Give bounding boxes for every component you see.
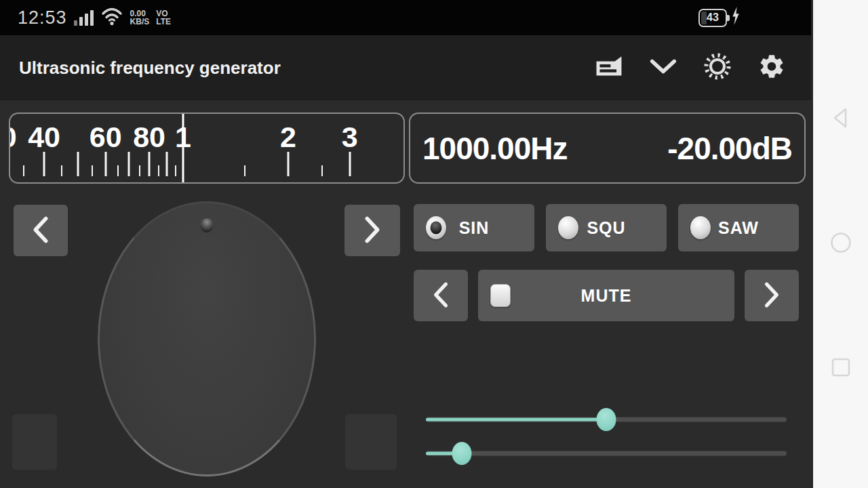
- scale-tick: [244, 165, 245, 176]
- dial-indicator-dot: [201, 218, 214, 232]
- recents-icon: [829, 356, 852, 382]
- scale-label: 80: [133, 121, 165, 154]
- scale-tick: [349, 152, 351, 176]
- keep-screen-on-sun-icon: [703, 52, 732, 84]
- wifi-icon: [100, 6, 123, 29]
- signal-bars-icon: [74, 9, 94, 26]
- radio-icon: [690, 216, 711, 239]
- slider-active-track: [426, 418, 606, 422]
- battery-percent: 43: [707, 12, 719, 24]
- scale-tick: [321, 165, 323, 176]
- scale-label: 40: [28, 121, 60, 154]
- scale-label: 60: [90, 121, 122, 154]
- radio-icon: [558, 216, 578, 239]
- nav-bar: [811, 0, 868, 488]
- frequency-dial[interactable]: [98, 201, 316, 476]
- chevron-right-icon: [762, 281, 781, 310]
- scale-tick: [158, 165, 159, 176]
- scale-label: 3: [342, 121, 358, 154]
- level-value: -20.00dB: [667, 130, 792, 167]
- settings-gear-icon: [757, 52, 786, 83]
- scale-tick: [23, 165, 24, 176]
- battery-icon: 43: [698, 9, 727, 27]
- readout-display: 1000.00Hz -20.00dB: [409, 113, 806, 184]
- scale-tick: [175, 165, 176, 176]
- mute-button[interactable]: MUTE: [478, 270, 734, 321]
- waveform-label: SIN: [459, 218, 490, 238]
- page-title: Ultrasonic frequency generator: [19, 58, 281, 79]
- scale-tick: [149, 152, 151, 176]
- scale-label: 2: [280, 121, 296, 154]
- scale-tick: [128, 152, 130, 176]
- frequency-scale[interactable]: 30406080123: [9, 113, 405, 184]
- scale-tick: [166, 152, 168, 176]
- app-bar: Ultrasonic frequency generator: [0, 35, 811, 100]
- chevron-left-icon: [31, 216, 51, 246]
- scale-label: 30: [9, 121, 17, 154]
- clock: 12:53: [18, 7, 67, 28]
- scale-tick: [43, 152, 45, 176]
- scale-tick: [92, 165, 93, 176]
- waveform-sin-button[interactable]: SIN: [414, 204, 534, 251]
- lower-slider[interactable]: [426, 442, 787, 465]
- mute-label: MUTE: [581, 286, 632, 306]
- scale-tick: [61, 165, 62, 176]
- scale-tick: [288, 152, 290, 176]
- back-button[interactable]: [826, 104, 856, 134]
- left-lower-button[interactable]: [12, 414, 57, 470]
- step-left-button[interactable]: [414, 270, 468, 321]
- home-icon: [829, 230, 853, 258]
- volte-badge: VO LTE: [156, 9, 171, 26]
- recents-button[interactable]: [826, 354, 856, 384]
- right-lower-button[interactable]: [345, 414, 397, 470]
- slider-thumb[interactable]: [597, 408, 616, 431]
- frequency-down-button[interactable]: [14, 205, 68, 256]
- mute-checkbox[interactable]: [490, 284, 511, 307]
- feedback-button[interactable]: [582, 43, 636, 92]
- settings-button[interactable]: [745, 43, 799, 92]
- frequency-value: 1000.00Hz: [422, 130, 568, 167]
- back-icon: [829, 106, 852, 133]
- scale-tick: [104, 152, 106, 176]
- chevron-down-icon: [648, 56, 678, 79]
- status-bar: 12:53 0.00 KB/S VO LTE: [0, 0, 811, 35]
- scale-tick: [117, 165, 119, 176]
- scale-label: 1: [175, 121, 191, 154]
- radio-icon: [426, 216, 446, 239]
- home-button[interactable]: [826, 229, 856, 259]
- upper-slider[interactable]: [426, 408, 787, 431]
- frequency-up-button[interactable]: [344, 205, 400, 256]
- network-speed: 0.00 KB/S: [130, 9, 150, 26]
- chevron-right-icon: [362, 216, 382, 246]
- waveform-squ-button[interactable]: SQU: [546, 204, 667, 251]
- feedback-note-icon: [595, 56, 623, 80]
- slider-thumb[interactable]: [452, 442, 472, 465]
- waveform-saw-button[interactable]: SAW: [678, 204, 799, 251]
- step-right-button[interactable]: [745, 270, 799, 321]
- app-screen: 12:53 0.00 KB/S VO LTE: [0, 0, 868, 488]
- screen-wake-button[interactable]: [690, 43, 745, 92]
- collapse-button[interactable]: [636, 43, 690, 92]
- scale-tick: [139, 165, 140, 176]
- waveform-label: SAW: [718, 218, 759, 238]
- waveform-label: SQU: [587, 218, 625, 238]
- scale-tick: [77, 152, 79, 176]
- charging-bolt-icon: [731, 7, 741, 28]
- slider-track[interactable]: [426, 451, 787, 456]
- chevron-left-icon: [431, 281, 450, 310]
